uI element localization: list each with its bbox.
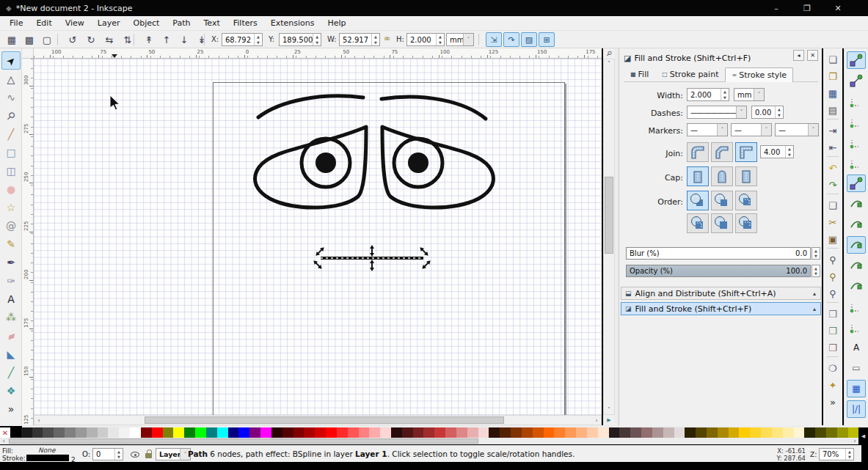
palette-swatch[interactable] xyxy=(663,427,674,438)
end-marker-select[interactable]: —˅ xyxy=(775,123,819,136)
object-opacity-input[interactable]: 0▲▼ xyxy=(92,448,123,460)
minimize-button[interactable]: – xyxy=(761,0,792,16)
scroll-left-arrow[interactable]: ‹ xyxy=(34,416,43,425)
tab-stroke-style[interactable]: ≡Stroke style xyxy=(725,67,793,82)
palette-swatch[interactable] xyxy=(228,427,239,438)
snap-paths-toggle[interactable] xyxy=(847,195,866,213)
rotate-ccw-button[interactable]: ↺ xyxy=(65,32,81,47)
new-document-button[interactable]: ❏ xyxy=(825,51,841,67)
palette-swatch[interactable] xyxy=(750,427,761,438)
palette-swatch[interactable] xyxy=(598,427,609,438)
snap-bbox-corners-toggle[interactable] xyxy=(847,113,866,131)
snap-smooth-nodes-toggle[interactable] xyxy=(847,257,866,274)
print-button[interactable]: ▤ xyxy=(825,102,841,118)
cap-square-button[interactable] xyxy=(735,166,757,186)
palette-swatch[interactable] xyxy=(249,427,260,438)
clone-button[interactable]: ❒ xyxy=(825,323,841,339)
palette-swatch[interactable] xyxy=(348,427,359,438)
palette-swatch[interactable] xyxy=(260,427,271,438)
palette-scroll-left[interactable]: ‹ xyxy=(0,438,7,444)
stroke-width-input[interactable]: 2.000▲▼ xyxy=(687,88,729,101)
snap-page-border-toggle[interactable]: ▭ xyxy=(847,359,866,377)
selector-tool[interactable]: ➤ xyxy=(1,51,21,70)
palette-scroll-thumb[interactable] xyxy=(9,438,478,444)
dock-float-button[interactable]: ◂ xyxy=(793,50,804,61)
palette-swatch[interactable] xyxy=(130,427,141,438)
palette-swatch[interactable] xyxy=(238,427,249,438)
palette-swatch[interactable] xyxy=(565,427,576,438)
palette-swatch[interactable] xyxy=(206,427,217,438)
palette-swatch[interactable] xyxy=(772,427,783,438)
menu-edit[interactable]: Edit xyxy=(29,17,58,29)
restore-button[interactable]: ❐ xyxy=(792,0,823,16)
scale-corners-toggle[interactable]: ↷ xyxy=(503,32,519,47)
export-button[interactable]: ⇤ xyxy=(825,139,841,155)
cap-round-button[interactable] xyxy=(711,166,733,186)
palette-swatch[interactable] xyxy=(652,427,663,438)
select-all-button[interactable]: ▦ xyxy=(4,32,20,47)
cap-butt-button[interactable] xyxy=(687,166,709,186)
h-input[interactable]: 2.000▲▼ xyxy=(406,33,445,46)
palette-swatch[interactable] xyxy=(173,427,184,438)
open-document-button[interactable]: ❐ xyxy=(825,68,841,84)
layer-lock-icon[interactable] xyxy=(145,453,152,458)
palette-swatch[interactable] xyxy=(718,427,729,438)
palette-swatch[interactable] xyxy=(619,427,630,438)
menu-filters[interactable]: Filters xyxy=(227,17,264,29)
palette-swatch[interactable] xyxy=(359,427,370,438)
blur-slider[interactable]: Blur (%)0.0 xyxy=(626,247,811,260)
scroll-right-arrow[interactable]: › xyxy=(592,416,601,425)
ellipse-tool[interactable]: ● xyxy=(1,180,21,198)
palette-swatch[interactable] xyxy=(434,427,445,438)
palette-swatch[interactable] xyxy=(511,427,522,438)
snap-bbox-centers-toggle[interactable] xyxy=(847,154,866,172)
order-stroke-fill-markers-button[interactable] xyxy=(735,191,757,210)
tab-fill[interactable]: ■Fill xyxy=(624,67,655,81)
palette-swatch[interactable] xyxy=(783,427,794,438)
palette-swatch[interactable] xyxy=(108,427,119,438)
palette-swatch[interactable] xyxy=(32,427,43,438)
palette-swatch[interactable] xyxy=(304,427,315,438)
order-fill-markers-stroke-button[interactable] xyxy=(711,191,733,210)
unlink-clone-button[interactable]: ❒ xyxy=(825,339,841,356)
undo-button[interactable]: ↶ xyxy=(825,160,841,176)
text-tool[interactable]: A xyxy=(1,290,21,308)
palette-swatch[interactable] xyxy=(423,427,434,438)
snap-path-intersections-toggle[interactable] xyxy=(847,216,866,233)
copy-button[interactable]: ❑ xyxy=(825,197,841,213)
dash-offset-input[interactable]: 0.00▲▼ xyxy=(751,106,784,119)
box3d-tool[interactable]: ◫ xyxy=(1,161,21,180)
align-distribute-panel-header[interactable]: ⬓Align and Distribute (Shift+Ctrl+A)▴ xyxy=(621,287,821,300)
palette-swatch[interactable] xyxy=(729,427,740,438)
palette-swatch[interactable] xyxy=(337,427,348,438)
palette-swatch[interactable] xyxy=(554,427,565,438)
lower-button[interactable]: ↓ xyxy=(176,32,192,47)
calligraphy-tool[interactable]: ✑ xyxy=(1,271,21,290)
menu-view[interactable]: View xyxy=(59,17,91,29)
palette-swatch[interactable] xyxy=(369,427,380,438)
deselect-button[interactable]: ▢ xyxy=(39,32,55,47)
unit-select[interactable]: mm˅ xyxy=(446,33,474,46)
palette-swatch[interactable] xyxy=(76,427,87,438)
palette-swatch[interactable] xyxy=(478,427,489,438)
start-marker-select[interactable]: —˅ xyxy=(687,123,728,136)
snap-nodes-toggle[interactable] xyxy=(847,175,866,192)
select-all-layers-button[interactable]: ▩ xyxy=(21,32,37,47)
snap-guides-toggle[interactable]: |/| xyxy=(847,400,866,418)
cut-button[interactable]: ✂ xyxy=(825,214,841,230)
palette-menu-arrow[interactable]: ◀ xyxy=(858,427,868,445)
palette-swatch[interactable] xyxy=(326,427,337,438)
palette-swatch[interactable] xyxy=(21,427,32,438)
palette-swatch[interactable] xyxy=(794,427,805,438)
duplicate-button[interactable]: ❒ xyxy=(825,306,841,322)
join-round-button[interactable] xyxy=(687,142,709,162)
palette-swatch[interactable] xyxy=(587,427,598,438)
palette-swatch[interactable] xyxy=(413,427,424,438)
menu-layer[interactable]: Layer xyxy=(91,17,127,29)
horizontal-scrollbar[interactable]: ‹ › xyxy=(34,415,602,425)
palette-swatch[interactable] xyxy=(282,427,293,438)
palette-swatch[interactable] xyxy=(402,427,413,438)
tweak-tool[interactable]: ∿ xyxy=(1,88,21,106)
palette-swatch[interactable] xyxy=(544,427,555,438)
palette-swatch[interactable] xyxy=(707,427,718,438)
